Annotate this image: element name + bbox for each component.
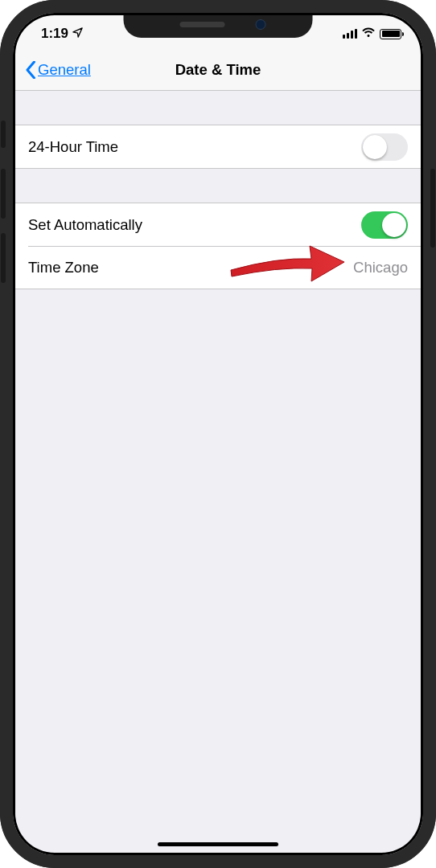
home-indicator[interactable] — [158, 842, 278, 846]
group-time-format: 24-Hour Time — [14, 125, 422, 169]
toggle-set-automatically[interactable] — [361, 211, 408, 239]
status-left: 1:19 — [41, 26, 84, 42]
settings-content: 24-Hour Time Set Automatically Time Zone… — [14, 125, 422, 289]
phone-screen: 1:19 General Date & Time — [14, 14, 422, 854]
toggle-24-hour-time[interactable] — [361, 133, 408, 161]
toggle-knob — [363, 135, 387, 159]
row-time-zone[interactable]: Time Zone Chicago — [28, 246, 422, 289]
back-button-label: General — [38, 61, 91, 79]
power-button — [430, 169, 435, 248]
speaker-grille — [180, 22, 225, 27]
back-button[interactable]: General — [25, 61, 91, 79]
toggle-knob — [382, 213, 406, 237]
time-zone-value: Chicago — [353, 259, 408, 276]
volume-up-button — [1, 169, 6, 219]
front-camera — [256, 19, 266, 30]
page-title: Date & Time — [175, 61, 261, 79]
wifi-icon — [361, 27, 376, 41]
row-label: Time Zone — [28, 259, 353, 276]
row-label: 24-Hour Time — [28, 138, 361, 156]
status-right — [343, 27, 401, 41]
group-auto-time: Set Automatically Time Zone Chicago — [14, 203, 422, 289]
cellular-signal-icon — [343, 29, 357, 39]
volume-down-button — [1, 233, 6, 283]
mute-switch — [1, 121, 6, 148]
chevron-left-icon — [25, 61, 36, 79]
status-time: 1:19 — [41, 26, 68, 42]
battery-icon — [380, 29, 401, 39]
location-services-icon — [72, 27, 84, 41]
navigation-bar: General Date & Time — [14, 49, 422, 91]
row-set-automatically[interactable]: Set Automatically — [14, 203, 422, 246]
row-label: Set Automatically — [28, 216, 361, 234]
phone-notch — [124, 11, 313, 38]
row-24-hour-time[interactable]: 24-Hour Time — [14, 125, 422, 168]
